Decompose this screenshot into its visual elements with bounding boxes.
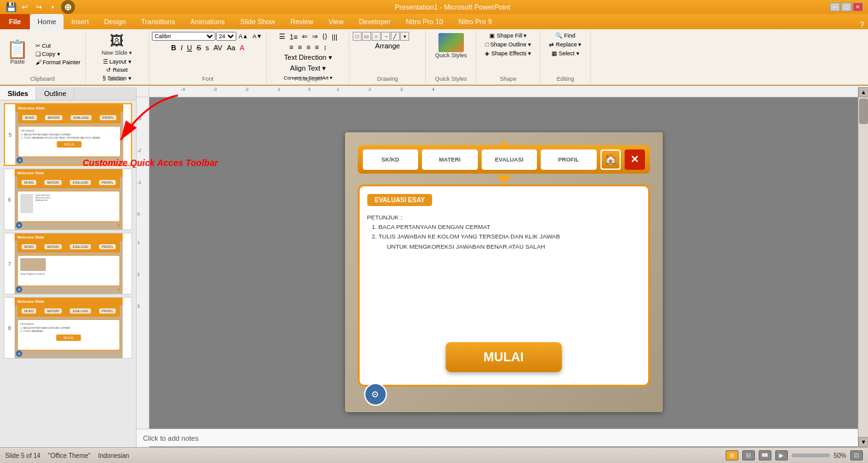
slide-thumb-6[interactable]: 6 Welcome Slide SK/KD MATERI EVALUASI PR… xyxy=(4,169,132,230)
reset-button[interactable]: ↺ Reset xyxy=(104,66,130,74)
tab-nitro9[interactable]: Nitro Pro 9 xyxy=(451,14,500,29)
bullets-btn[interactable]: ☰ xyxy=(277,32,287,41)
char-spacing-btn[interactable]: AV xyxy=(212,43,224,52)
shape-format-group: ▣ Shape Fill ▾ □ Shape Outline ▾ ◈ Shape… xyxy=(477,31,540,83)
numbering-btn[interactable]: 1≡ xyxy=(288,32,300,41)
font-size-down-btn[interactable]: A▼ xyxy=(250,32,264,40)
nav-close-icon[interactable]: ✕ xyxy=(625,149,645,170)
slide-thumb-7[interactable]: 7 Welcome Slide SK/KD MATERI EVALUASI PR… xyxy=(4,233,132,294)
shape-effects-btn[interactable]: ◈ Shape Effects ▾ xyxy=(483,50,533,57)
nav-evaluasi-btn[interactable]: EVALUASI xyxy=(482,149,538,170)
cut-button[interactable]: ✂ Cut xyxy=(34,42,83,50)
redo-btn[interactable]: ↪ xyxy=(33,1,44,13)
undo-btn[interactable]: ↩ xyxy=(19,1,31,13)
underline-button[interactable]: U xyxy=(185,43,194,52)
tab-transitions[interactable]: Transitions xyxy=(133,14,182,29)
fit-window-btn[interactable]: ⊡ xyxy=(850,450,863,460)
scroll-down-btn[interactable]: ▼ xyxy=(858,437,868,447)
align-center-btn[interactable]: ≡ xyxy=(296,43,304,52)
arrange-button[interactable]: Arrange xyxy=(373,41,402,50)
nav-home-icon[interactable]: 🏠 xyxy=(600,149,621,170)
shape-fill-btn[interactable]: ▣ Shape Fill ▾ xyxy=(487,32,529,39)
copy-button[interactable]: ❑ Copy ▾ xyxy=(34,50,83,58)
shape-line[interactable]: ╱ xyxy=(391,32,400,41)
tab-design[interactable]: Design xyxy=(97,14,133,29)
undo-dropdown-btn[interactable]: ▾ xyxy=(47,1,58,13)
find-button[interactable]: 🔍 Find xyxy=(553,32,577,39)
shape-circle[interactable]: ○ xyxy=(372,32,381,41)
change-case-btn[interactable]: Aa xyxy=(225,43,237,52)
zoom-slider[interactable] xyxy=(792,453,830,457)
align-text-btn[interactable]: Align Text ▾ xyxy=(288,64,329,73)
slides-tab[interactable]: Slides xyxy=(0,87,36,100)
normal-view-btn[interactable]: ⊞ xyxy=(726,450,738,460)
font-family-select[interactable]: Calibri xyxy=(152,32,215,41)
minimize-btn[interactable]: ─ xyxy=(830,3,840,11)
theme-info: "Office Theme" xyxy=(48,452,91,459)
align-right-btn[interactable]: ≡ xyxy=(304,43,312,52)
shape-outline-btn[interactable]: □ Shape Outline ▾ xyxy=(484,41,533,48)
select-button[interactable]: ▦ Select ▾ xyxy=(550,50,581,57)
align-left-btn[interactable]: ≡ xyxy=(287,43,295,52)
paste-icon: 📋 xyxy=(6,41,29,59)
scroll-up-btn[interactable]: ▲ xyxy=(858,87,868,97)
save-quick-btn[interactable]: 💾 xyxy=(5,1,17,13)
reading-view-btn[interactable]: 📖 xyxy=(759,450,771,460)
replace-button[interactable]: ⇄ Replace ▾ xyxy=(547,41,583,48)
paste-button[interactable]: 📋 Paste xyxy=(3,39,32,66)
clipboard-label: Clipboard xyxy=(0,76,85,82)
shapes-more[interactable]: ▾ xyxy=(400,32,409,41)
columns-btn[interactable]: ||| xyxy=(330,32,339,41)
text-direction-btn[interactable]: Text Direction ▾ xyxy=(282,53,334,62)
font-size-select[interactable]: 24 xyxy=(216,32,236,41)
tab-review[interactable]: Review xyxy=(283,14,321,29)
increase-indent-btn[interactable]: ⇒ xyxy=(310,32,320,41)
tab-file[interactable]: File xyxy=(0,14,30,29)
notes-area[interactable]: Click to add notes xyxy=(137,429,858,446)
decrease-indent-btn[interactable]: ⇐ xyxy=(300,32,309,41)
justify-btn[interactable]: ≡ xyxy=(313,43,321,52)
paragraph-label: Paragraph xyxy=(267,76,349,82)
nav-profil-btn[interactable]: PROFIL xyxy=(541,149,597,170)
notes-placeholder: Click to add notes xyxy=(143,434,198,442)
tab-animations[interactable]: Animations xyxy=(182,14,232,29)
tab-nitro10[interactable]: Nitro Pro 10 xyxy=(398,14,451,29)
scroll-thumb[interactable] xyxy=(859,99,868,124)
close-btn[interactable]: ✕ xyxy=(853,3,863,11)
outline-tab[interactable]: Outline xyxy=(36,87,74,100)
shape-arrow[interactable]: → xyxy=(381,32,390,41)
slideshow-btn[interactable]: ▶ xyxy=(775,450,788,460)
shape-rounded[interactable]: ▭ xyxy=(362,32,371,41)
drawing-group: □ ▭ ○ → ╱ ▾ Arrange Drawing xyxy=(349,31,426,83)
tab-slideshow[interactable]: Slide Show xyxy=(233,14,283,29)
status-bar: Slide 5 of 14 "Office Theme" Indonesian … xyxy=(0,447,868,463)
line-spacing-btn[interactable]: ↕ xyxy=(322,43,329,52)
new-slide-button[interactable]: 🖼 New Slide ▾ xyxy=(100,32,134,57)
tab-developer[interactable]: Developer xyxy=(351,14,398,29)
quick-styles-button[interactable]: Quick Styles xyxy=(433,32,469,60)
slide-sorter-btn[interactable]: ⊟ xyxy=(742,450,755,460)
slide-thumb-8[interactable]: 8 Welcome Slide SK/KD MATERI EVALUASI PR… xyxy=(4,297,132,359)
customize-quick-access-btn[interactable]: ⊕ xyxy=(61,0,75,14)
slide-thumb-5[interactable]: 5 Welcome Slide SK/KD MATERI EVALUASI PR… xyxy=(4,103,132,166)
tab-view[interactable]: View xyxy=(321,14,351,29)
tab-home[interactable]: Home xyxy=(30,14,64,29)
font-color-btn[interactable]: A xyxy=(238,43,246,52)
font-size-up-btn[interactable]: A▲ xyxy=(237,32,250,40)
layout-button[interactable]: ☰ Layout ▾ xyxy=(101,58,133,66)
tab-insert[interactable]: Insert xyxy=(64,14,97,29)
nav-skd-btn[interactable]: SK/KD xyxy=(363,149,419,170)
restore-btn[interactable]: □ xyxy=(841,3,851,11)
strikethrough-button[interactable]: S xyxy=(194,43,203,52)
mulai-button[interactable]: MULAI xyxy=(445,342,562,372)
format-painter-button[interactable]: 🖌 Format Painter xyxy=(34,59,83,66)
smart-art-btn[interactable]: ⟨⟩ xyxy=(320,32,329,41)
new-slide-icon: 🖼 xyxy=(110,33,124,50)
slide-preview-7: Welcome Slide SK/KD MATERI EVALUASI PROF… xyxy=(15,233,123,294)
nav-materi-btn[interactable]: MATERI xyxy=(422,149,478,170)
help-btn[interactable]: ? xyxy=(856,20,868,29)
italic-button[interactable]: I xyxy=(179,43,184,52)
shape-rect[interactable]: □ xyxy=(353,32,362,41)
bold-button[interactable]: B xyxy=(169,43,178,52)
shadow-button[interactable]: s xyxy=(204,43,212,52)
